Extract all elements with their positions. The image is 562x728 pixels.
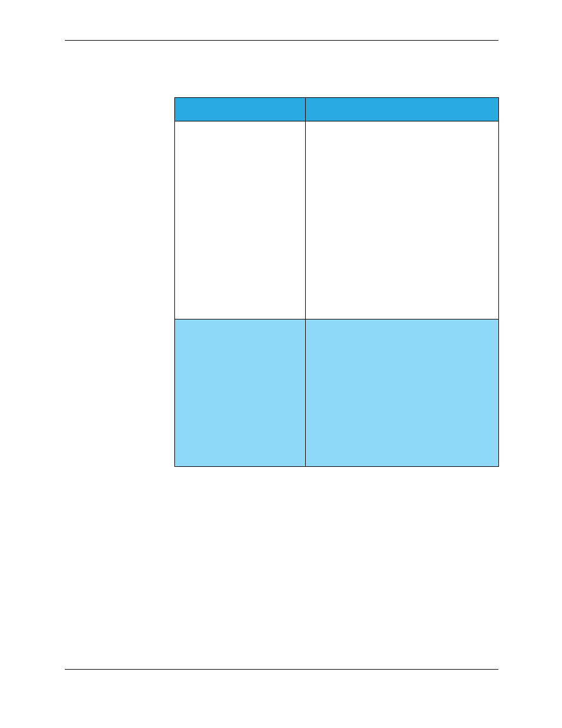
table-header-cell-right bbox=[306, 98, 499, 121]
table-header-cell-left bbox=[175, 98, 306, 121]
table-cell bbox=[306, 319, 499, 467]
top-horizontal-rule bbox=[65, 40, 498, 41]
table-cell bbox=[175, 319, 306, 467]
table-cell bbox=[175, 121, 306, 319]
document-page bbox=[0, 0, 562, 728]
table-row bbox=[175, 121, 499, 319]
document-table bbox=[174, 97, 499, 467]
table-header-row bbox=[175, 98, 499, 121]
table-row bbox=[175, 319, 499, 467]
bottom-horizontal-rule bbox=[65, 669, 498, 670]
table-container bbox=[174, 97, 498, 467]
table-cell bbox=[306, 121, 499, 319]
